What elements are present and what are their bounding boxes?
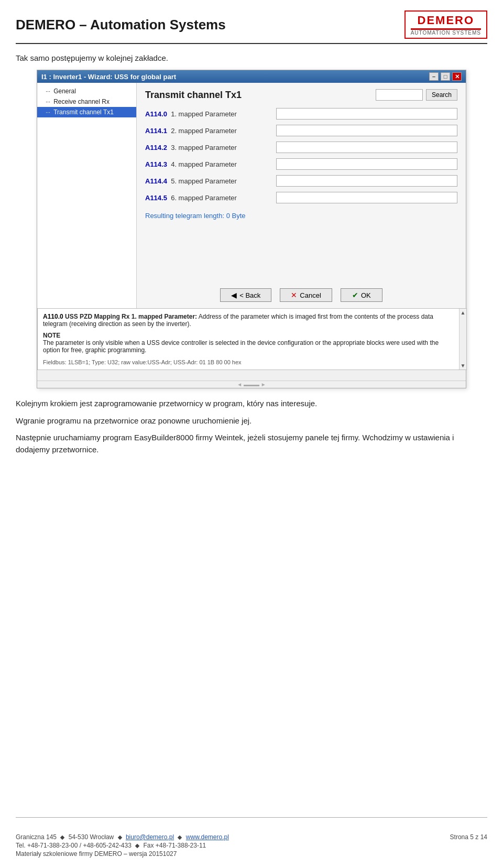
minimize-button[interactable]: – xyxy=(429,72,439,81)
page-title: DEMERO – Automation Systems xyxy=(16,17,226,33)
close-button[interactable]: ✕ xyxy=(452,72,462,81)
back-icon: ◀ xyxy=(231,291,237,299)
bullet-3 xyxy=(178,836,182,840)
body-text-3: Następnie uruchamiamy program EasyBuilde… xyxy=(16,432,487,455)
param-row-4: A114.4 5. mapped Parameter xyxy=(145,175,457,187)
content-title: Transmit channel Tx1 xyxy=(145,90,242,101)
param-input-2[interactable] xyxy=(276,142,457,153)
scroll-down-arrow[interactable]: ▼ xyxy=(461,363,466,368)
param-row-2: A114.2 3. mapped Parameter xyxy=(145,142,457,153)
tree-item-transmit-tx1[interactable]: ··· Transmit channel Tx1 xyxy=(37,107,136,117)
bullet-1 xyxy=(60,836,64,840)
body-text-2: Wgranie programu na przetwornice oraz po… xyxy=(16,415,487,427)
param-input-4[interactable] xyxy=(276,175,457,187)
search-input[interactable] xyxy=(376,89,423,101)
scroll-up-arrow[interactable]: ▲ xyxy=(461,310,466,316)
tree-item-general[interactable]: ··· General xyxy=(37,86,136,96)
telegram-length: Resulting telegram length: 0 Byte xyxy=(145,212,457,220)
footer-website[interactable]: www.demero.pl xyxy=(186,833,229,841)
page-header: DEMERO – Automation Systems DEMERO AUTOM… xyxy=(16,10,487,44)
param-input-5[interactable] xyxy=(276,192,457,203)
dialog-footer: ◀ < Back ✕ Cancel ✔ OK xyxy=(145,283,457,302)
param-input-0[interactable] xyxy=(276,108,457,120)
tree-item-receive-rx[interactable]: ··· Receive channel Rx xyxy=(37,96,136,107)
footer-address: Graniczna 145 54-530 Wrocław biuro@demer… xyxy=(16,833,229,841)
dialog-titlebar: I1 : Inverter1 - Wizard: USS for global … xyxy=(37,70,466,83)
search-button[interactable]: Search xyxy=(426,89,457,101)
content-header: Transmit channel Tx1 Search xyxy=(145,89,457,101)
logo-subtitle: AUTOMATION SYSTEMS xyxy=(411,30,481,36)
horizontal-scrollbar[interactable]: ◄ ▬▬▬ ► xyxy=(37,381,466,388)
cancel-icon: ✕ xyxy=(291,291,297,299)
param-row-0: A114.0 1. mapped Parameter xyxy=(145,108,457,120)
dialog-window: I1 : Inverter1 - Wizard: USS for global … xyxy=(37,70,466,388)
ok-button[interactable]: ✔ OK xyxy=(341,288,382,302)
page-footer: Graniczna 145 54-530 Wrocław biuro@demer… xyxy=(16,817,487,858)
info-fieldbus: Fieldbus: 1LSB=1; Type: U32; raw value:U… xyxy=(43,359,453,365)
maximize-button[interactable]: □ xyxy=(441,72,450,81)
bullet-4 xyxy=(135,844,139,848)
intro-text: Tak samo postępujemy w kolejnej zakładce… xyxy=(16,53,487,62)
logo: DEMERO AUTOMATION SYSTEMS xyxy=(404,10,487,39)
info-param-line: A110.0 USS PZD Mapping Rx 1. mapped Para… xyxy=(43,313,453,328)
bullet-2 xyxy=(117,836,122,840)
footer-row-1: Graniczna 145 54-530 Wrocław biuro@demer… xyxy=(16,833,487,841)
param-row-1: A114.1 2. mapped Parameter xyxy=(145,125,457,136)
content-panel: Transmit channel Tx1 Search A114.0 1. ma… xyxy=(137,83,466,308)
info-panel: A110.0 USS PZD Mapping Rx 1. mapped Para… xyxy=(37,308,467,370)
footer-email[interactable]: biuro@demero.pl xyxy=(126,833,174,841)
footer-page: Strona 5 z 14 xyxy=(450,833,487,841)
param-input-3[interactable] xyxy=(276,158,457,170)
cancel-button[interactable]: ✕ Cancel xyxy=(280,288,332,302)
footer-row-3: Materiały szkoleniowe firmy DEMERO – wer… xyxy=(16,850,487,858)
param-input-1[interactable] xyxy=(276,125,457,136)
search-area: Search xyxy=(376,89,457,101)
param-row-5: A114.5 6. mapped Parameter xyxy=(145,192,457,203)
footer-row-2: Tel. +48-71-388-23-00 / +48-605-242-433 … xyxy=(16,842,487,849)
footer-materials: Materiały szkoleniowe firmy DEMERO – wer… xyxy=(16,850,177,858)
dialog-body: ··· General ··· Receive channel Rx ··· T… xyxy=(37,83,466,308)
tree-panel: ··· General ··· Receive channel Rx ··· T… xyxy=(37,83,137,308)
vertical-scrollbar[interactable]: ▲ ▼ xyxy=(459,309,466,370)
logo-text: DEMERO xyxy=(418,14,475,27)
footer-tel-fax: Tel. +48-71-388-23-00 / +48-605-242-433 … xyxy=(16,842,206,849)
back-button[interactable]: ◀ < Back xyxy=(220,288,271,302)
ok-icon: ✔ xyxy=(352,291,358,299)
dialog-title: I1 : Inverter1 - Wizard: USS for global … xyxy=(41,73,176,81)
body-text-1: Kolejnym krokiem jest zaprogramowanie pr… xyxy=(16,398,487,410)
info-note: NOTE The parameter is only visible when … xyxy=(43,332,453,354)
param-row-3: A114.3 4. mapped Parameter xyxy=(145,158,457,170)
info-content: A110.0 USS PZD Mapping Rx 1. mapped Para… xyxy=(43,313,453,365)
titlebar-buttons: – □ ✕ xyxy=(429,72,462,81)
